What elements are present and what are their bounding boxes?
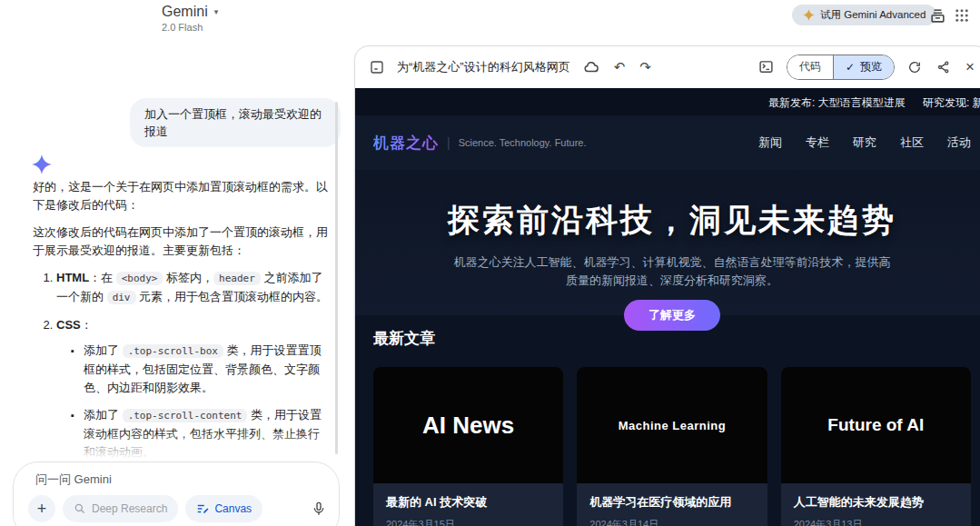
hero-section: 探索前沿科技，洞见未来趋势 机器之心关注人工智能、机器学习、计算机视觉、自然语言…	[355, 170, 980, 315]
article-card-body: 最新的 AI 技术突破 2024年3月15日	[373, 483, 563, 526]
ticker-item: 研究发现: 新	[923, 95, 980, 111]
canvas-panel: 为“机器之心”设计的科幻风格网页 ↶ ↷ 代码 ✓ 预览	[354, 45, 980, 526]
toggle-code-segment[interactable]: 代码	[787, 55, 834, 79]
share-icon[interactable]	[935, 58, 953, 76]
learn-more-button[interactable]: 了解更多	[624, 300, 720, 331]
article-cards: AI News 最新的 AI 技术突破 2024年3月15日 Machine L…	[373, 367, 971, 526]
article-card-date: 2024年3月15日	[386, 518, 550, 526]
model-switcher[interactable]: Gemini ▾	[162, 4, 218, 20]
article-card-body: 机器学习在医疗领域的应用 2024年3月14日	[577, 483, 767, 526]
refresh-icon[interactable]	[906, 58, 924, 76]
terminal-icon[interactable]	[757, 57, 776, 76]
microphone-icon[interactable]	[312, 501, 326, 516]
deep-research-label: Deep Research	[92, 502, 167, 515]
webpage-preview: 最新发布: 大型语言模型进展 研究发现: 新 机器之心 | Science. T…	[355, 88, 980, 526]
code-preview-toggle: 代码 ✓ 预览	[787, 55, 895, 80]
nav-link-events[interactable]: 活动	[947, 134, 971, 151]
response-list-item: HTML：在 <body> 标签内，header 之前添加了一个新的 div 元…	[56, 269, 329, 307]
article-card-title: 最新的 AI 技术突破	[386, 494, 550, 511]
site-nav-links: 新闻 专栏 研究 社区 活动	[758, 134, 971, 151]
cloud-icon[interactable]	[581, 57, 601, 77]
app-name: Gemini	[162, 4, 208, 20]
user-message-bubble: 加入一个置顶框，滚动最受欢迎的报道	[130, 98, 341, 147]
sparkle-gold-icon	[803, 9, 815, 21]
printer-icon[interactable]	[927, 5, 948, 26]
site-navbar: 机器之心 | Science. Technology. Future. 新闻 专…	[355, 115, 980, 170]
site-tagline: Science. Technology. Future.	[459, 137, 587, 148]
article-card-image: Future of AI	[781, 367, 971, 483]
deep-research-chip[interactable]: Deep Research	[63, 495, 178, 522]
document-icon	[368, 58, 386, 76]
nav-link-research[interactable]: 研究	[853, 134, 876, 151]
site-logo[interactable]: 机器之心	[373, 133, 439, 154]
nav-link-columns[interactable]: 专栏	[806, 134, 829, 151]
nav-link-community[interactable]: 社区	[900, 134, 924, 151]
response-bullet: 添加了 .top-scroll-box 类，用于设置置顶框的样式，包括固定位置、…	[71, 342, 329, 397]
toggle-preview-label: 预览	[860, 59, 882, 74]
logo-divider: |	[447, 135, 450, 150]
close-icon[interactable]: ×	[964, 56, 976, 78]
redo-icon[interactable]: ↷	[638, 57, 653, 77]
article-card-image: AI News	[373, 367, 563, 483]
chevron-down-icon: ▾	[214, 7, 219, 16]
article-card-title: 人工智能的未来发展趋势	[794, 494, 958, 511]
gemini-sparkle-icon	[32, 154, 52, 174]
undo-icon[interactable]: ↶	[612, 57, 628, 77]
nav-link-news[interactable]: 新闻	[758, 134, 782, 151]
toggle-preview-segment[interactable]: ✓ 预览	[834, 55, 894, 79]
top-scroll-ticker: 最新发布: 大型语言模型进展 研究发现: 新	[355, 88, 980, 115]
response-paragraph: 好的，这是一个关于在网页中添加置顶滚动框的需求。以下是修改后的代码：	[33, 178, 329, 214]
canvas-header: 为“机器之心”设计的科幻风格网页 ↶ ↷ 代码 ✓ 预览	[355, 46, 980, 87]
response-list-item-text: CSS：	[56, 318, 93, 332]
ticker-item: 最新发布: 大型语言模型进展	[768, 95, 906, 111]
article-card-image: Machine Learning	[577, 367, 767, 483]
articles-section-title: 最新文章	[373, 328, 971, 349]
hero-subtitle-line: 质量的新闻报道、深度分析和研究洞察。	[355, 272, 980, 290]
article-card-date: 2024年3月14日	[589, 518, 754, 526]
add-attachment-button[interactable]: +	[28, 495, 55, 522]
canvas-title: 为“机器之心”设计的科幻风格网页	[397, 59, 570, 75]
response-paragraph: 这次修改后的代码在网页中添加了一个置顶的滚动框，用于展示最受欢迎的报道。主要更新…	[33, 223, 329, 260]
article-card-title: 机器学习在医疗领域的应用	[589, 494, 754, 511]
hero-subtitle: 机器之心关注人工智能、机器学习、计算机视觉、自然语言处理等前沿技术，提供高 质量…	[355, 253, 980, 290]
deep-research-icon	[74, 502, 86, 515]
prompt-input-box[interactable]: 问一问 Gemini + Deep Research Canvas	[13, 461, 340, 526]
apps-grid-icon[interactable]	[952, 5, 972, 25]
canvas-chip[interactable]: Canvas	[185, 495, 262, 522]
article-card-body: 人工智能的未来发展趋势 2024年3月13日	[781, 483, 971, 526]
canvas-label: Canvas	[214, 502, 252, 515]
model-name: 2.0 Flash	[162, 22, 218, 33]
article-card[interactable]: Future of AI 人工智能的未来发展趋势 2024年3月13日	[781, 367, 971, 526]
articles-section: 最新文章 AI News 最新的 AI 技术突破 2024年3月15日 Mach…	[355, 315, 980, 526]
article-card-date: 2024年3月13日	[794, 518, 958, 526]
hero-subtitle-line: 机器之心关注人工智能、机器学习、计算机视觉、自然语言处理等前沿技术，提供高	[355, 253, 980, 272]
article-card[interactable]: Machine Learning 机器学习在医疗领域的应用 2024年3月14日	[577, 367, 767, 526]
plus-icon: +	[37, 500, 47, 519]
app-title-block: Gemini ▾ 2.0 Flash	[162, 4, 218, 33]
try-gemini-advanced-button[interactable]: 试用 Gemini Advanced	[792, 5, 936, 25]
prompt-input-placeholder: 问一问 Gemini	[35, 471, 112, 488]
hero-title: 探索前沿科技，洞见未来趋势	[355, 170, 980, 242]
chat-scrollbar[interactable]	[335, 102, 338, 454]
toggle-code-label: 代码	[799, 59, 821, 74]
article-card[interactable]: AI News 最新的 AI 技术突破 2024年3月15日	[373, 367, 563, 526]
check-icon: ✓	[846, 61, 855, 74]
try-gemini-advanced-label: 试用 Gemini Advanced	[820, 8, 926, 22]
canvas-edit-icon	[196, 502, 209, 515]
input-toolbar: + Deep Research Canvas	[28, 495, 326, 522]
response-bullet: 添加了 .top-scroll-content 类，用于设置滚动框内容的样式，包…	[71, 406, 329, 461]
